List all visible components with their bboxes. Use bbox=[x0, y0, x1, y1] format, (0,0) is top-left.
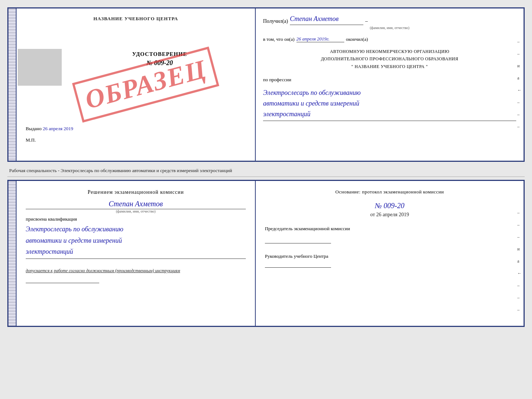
qual-line3: электростанций bbox=[26, 246, 246, 257]
cert-issued: Выдано 26 апреля 2019 bbox=[26, 126, 246, 132]
qual-label: присвоена квалификация bbox=[26, 216, 246, 222]
issued-date: 26 апреля 2019 bbox=[43, 126, 73, 131]
document-top: НАЗВАНИЕ УЧЕБНОГО ЦЕНТРА УДОСТОВЕРЕНИЕ №… bbox=[7, 7, 525, 162]
sign-line-bottom bbox=[26, 283, 99, 283]
doc-right: Получил(а) Степан Ахметов – (фамилия, им… bbox=[256, 8, 524, 161]
middle-text: Рабочая специальность - Электрослесарь п… bbox=[7, 165, 525, 177]
received-label: Получил(а) bbox=[263, 17, 288, 25]
received-field: Получил(а) Степан Ахметов – (фамилия, им… bbox=[263, 14, 516, 31]
bottom-left-border bbox=[8, 181, 17, 326]
rukov-label: Руководитель учебного Центра bbox=[265, 253, 514, 260]
allow-text-content: работе согласно должностным (производств… bbox=[54, 268, 180, 273]
osnov-title: Основание: протокол экзаменационной коми… bbox=[265, 188, 514, 196]
left-border-decoration bbox=[8, 8, 17, 161]
bottom-title: Решением экзаменационной комиссии bbox=[26, 188, 246, 196]
rukov-sign-line bbox=[265, 267, 331, 268]
bottom-name: Степан Ахметов bbox=[26, 200, 246, 209]
bottom-fio-sub: (фамилия, имя, отчество) bbox=[26, 209, 246, 213]
cert-number: № 009-20 bbox=[73, 59, 246, 67]
profession-line3: электростанций bbox=[263, 109, 516, 120]
vtom-label: в том, что он(а) bbox=[263, 36, 295, 42]
predsedatel-sign-line bbox=[265, 243, 331, 243]
side-dash5: – bbox=[517, 124, 522, 129]
date-prefix: от bbox=[370, 212, 375, 217]
fio-subtext: (фамилия, имя, отчество) bbox=[263, 25, 516, 31]
document-bottom: Решением экзаменационной комиссии Степан… bbox=[7, 180, 525, 327]
qual-value: Электрослесарь по обслуживанию автоматик… bbox=[26, 224, 246, 259]
org-line3: " НАЗВАНИЕ УЧЕБНОГО ЦЕНТРА " bbox=[263, 63, 516, 70]
dash-after-name: – bbox=[365, 17, 368, 25]
page-container: НАЗВАНИЕ УЧЕБНОГО ЦЕНТРА УДОСТОВЕРЕНИЕ №… bbox=[7, 7, 525, 327]
profession-line2: автоматики и средств измерений bbox=[263, 98, 516, 109]
bottom-left: Решением экзаменационной комиссии Степан… bbox=[8, 181, 256, 326]
photo-placeholder bbox=[18, 49, 62, 86]
mp-label: М.П. bbox=[26, 137, 246, 143]
po-professii-label: по профессии bbox=[263, 77, 516, 83]
osnov-date: от 26 апреля 2019 bbox=[265, 212, 514, 218]
osnov-date-value: 26 апреля 2019 bbox=[376, 212, 409, 217]
allow-text: допускается к работе согласно должностны… bbox=[26, 268, 246, 274]
allow-prefix: допускается к bbox=[26, 268, 53, 273]
side-а: а bbox=[517, 75, 522, 81]
org-text: АВТОНОМНУЮ НЕКОММЕРЧЕСКУЮ ОРГАНИЗАЦИЮ ДО… bbox=[263, 48, 516, 70]
cert-date-value: 26 апреля 2019г. bbox=[296, 36, 344, 42]
vtom-line: в том, что он(а) 26 апреля 2019г. окончи… bbox=[263, 36, 516, 42]
qual-line2: автоматики и средств измерений bbox=[26, 235, 246, 246]
recipient-name: Степан Ахметов bbox=[290, 14, 363, 25]
right-side-labels: – – и а ← – – – bbox=[517, 39, 522, 129]
side-arrow: ← bbox=[517, 88, 522, 93]
profession-line1: Электрослесарь по обслуживанию bbox=[263, 88, 516, 98]
org-line2: ДОПОЛНИТЕЛЬНОГО ПРОФЕССИОНАЛЬНОГО ОБРАЗО… bbox=[263, 55, 516, 63]
side-dash3: – bbox=[517, 100, 522, 105]
side-dash4: – bbox=[517, 112, 522, 117]
side-dash1: – bbox=[517, 39, 522, 44]
issued-label: Выдано bbox=[26, 126, 42, 131]
predsedatel-label: Председатель экзаменационной комиссии bbox=[265, 225, 514, 232]
cert-title: НАЗВАНИЕ УЧЕБНОГО ЦЕНТРА bbox=[26, 16, 246, 22]
cert-udostoverenie-label: УДОСТОВЕРЕНИЕ bbox=[73, 51, 246, 57]
org-line1: АВТОНОМНУЮ НЕКОММЕРЧЕСКУЮ ОРГАНИЗАЦИЮ bbox=[263, 48, 516, 55]
bottom-right-side-labels: – – – и а ← – – – bbox=[517, 210, 522, 313]
okончил-label: окончил(а) bbox=[346, 36, 368, 42]
profession-value: Электрослесарь по обслуживанию автоматик… bbox=[263, 88, 516, 121]
recipient-line: Получил(а) Степан Ахметов – bbox=[263, 14, 516, 25]
doc-left: НАЗВАНИЕ УЧЕБНОГО ЦЕНТРА УДОСТОВЕРЕНИЕ №… bbox=[8, 8, 256, 161]
qual-line1: Электрослесарь по обслуживанию bbox=[26, 224, 246, 235]
side-dash2: – bbox=[517, 51, 522, 57]
side-и: и bbox=[517, 63, 522, 69]
osnov-number: № 009-20 bbox=[265, 202, 514, 210]
bottom-right: Основание: протокол экзаменационной коми… bbox=[256, 181, 524, 326]
